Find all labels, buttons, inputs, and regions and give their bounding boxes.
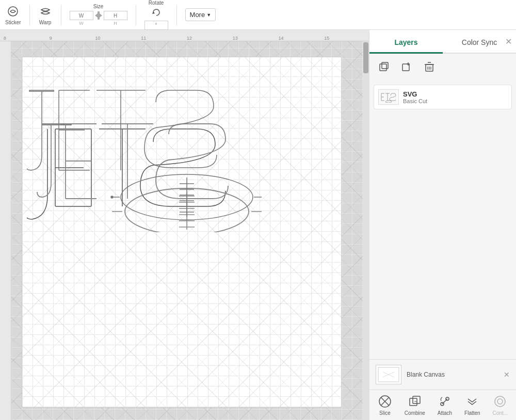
divider-2 [61, 5, 61, 25]
panel-bottom: Blank Canvas ✕ Slice Combine [369, 359, 516, 420]
main-area: 8 9 10 11 12 13 14 15 [0, 30, 516, 420]
svg-rect-49 [413, 396, 420, 403]
more-arrow-icon: ▼ [206, 12, 211, 18]
svg-point-41 [385, 101, 392, 103]
layer-info: SVG Basic Cut [403, 90, 507, 104]
rotate-input[interactable] [144, 21, 168, 30]
svg-rect-1 [98, 11, 100, 20]
svg-point-29 [111, 196, 113, 198]
add-layer-button[interactable] [398, 59, 415, 75]
duplicate-layer-button[interactable] [376, 59, 392, 75]
ruler-mark: 12 [186, 36, 232, 41]
layer-name: SVG [403, 90, 507, 98]
flatten-label: Flatten [464, 410, 480, 416]
sticker-tool[interactable]: Sticker [5, 4, 21, 25]
blank-canvas-section: Blank Canvas ✕ [369, 360, 516, 390]
layer-item-svg[interactable]: SVG Basic Cut [374, 85, 512, 109]
sticker-label: Sticker [5, 20, 21, 25]
more-button[interactable]: More ▼ [185, 8, 216, 21]
ruler-horizontal: 8 9 10 11 12 13 14 15 [0, 30, 369, 41]
svg-marker-3 [100, 13, 102, 18]
svg-marker-4 [152, 11, 155, 14]
scrollbar-thumb[interactable] [363, 42, 368, 73]
ruler-mark: 8 [3, 36, 49, 41]
contour-label: Cont... [493, 410, 508, 416]
tab-layers[interactable]: Layers [369, 30, 443, 53]
attach-button[interactable]: Attach [438, 394, 452, 416]
panel-toolbar [369, 54, 516, 80]
bottom-toolbar: Slice Combine Attach [369, 390, 516, 420]
slice-icon [378, 394, 392, 409]
combine-button[interactable]: Combine [405, 394, 425, 416]
warp-icon [38, 4, 53, 19]
contour-icon [493, 394, 507, 409]
jets-artwork[interactable] [27, 83, 342, 237]
svg-rect-31 [382, 62, 388, 69]
blank-canvas-close-button[interactable]: ✕ [504, 370, 510, 379]
size-w-input[interactable] [70, 11, 93, 20]
attach-label: Attach [438, 410, 452, 416]
right-panel: Layers Color Sync ✕ [369, 30, 516, 420]
rotate-label: Rotate [149, 0, 164, 6]
canvas-area: 8 9 10 11 12 13 14 15 [0, 30, 369, 420]
panel-content: SVG Basic Cut [369, 80, 516, 359]
slice-button[interactable]: Slice [378, 394, 392, 416]
layer-thumbnail [378, 89, 399, 105]
panel-tabs: Layers Color Sync ✕ [369, 30, 516, 54]
svg-marker-2 [95, 13, 98, 18]
blank-canvas-label: Blank Canvas [407, 371, 445, 378]
slice-label: Slice [379, 410, 391, 416]
vertical-scrollbar[interactable] [363, 41, 369, 420]
size-h-input[interactable] [104, 11, 127, 20]
size-input-group: Size W H [70, 4, 127, 26]
ruler-mark: 11 [140, 36, 186, 41]
svg-point-0 [8, 7, 18, 16]
svg-rect-48 [410, 398, 417, 406]
ruler-mark: 14 [278, 36, 324, 41]
ruler-vertical [0, 41, 11, 420]
canvas-body [0, 41, 369, 420]
contour-button[interactable]: Cont... [493, 394, 508, 416]
ruler-mark: 9 [49, 36, 94, 41]
warp-label: Warp [39, 20, 52, 25]
rotate-input-group: Rotate [144, 0, 168, 30]
warp-tool[interactable]: Warp [38, 4, 53, 25]
ruler-mark: 10 [94, 36, 140, 41]
ruler-mark: 13 [232, 36, 278, 41]
attach-icon [438, 394, 452, 409]
flatten-icon [465, 394, 479, 409]
panel-close-button[interactable]: ✕ [505, 37, 512, 46]
svg-point-54 [497, 399, 503, 404]
divider-4 [176, 5, 177, 25]
divider-3 [136, 5, 136, 25]
main-toolbar: Sticker Warp Size W H Rotate [0, 0, 516, 30]
size-label: Size [93, 4, 103, 9]
layer-type: Basic Cut [403, 98, 507, 104]
divider-1 [29, 5, 30, 25]
canvas-content[interactable] [11, 41, 363, 420]
svg-point-53 [495, 396, 505, 407]
flatten-button[interactable]: Flatten [464, 394, 480, 416]
svg-rect-30 [380, 64, 386, 71]
ruler-mark: 15 [323, 36, 369, 41]
sticker-icon [6, 4, 20, 19]
blank-canvas-thumbnail [376, 365, 401, 384]
combine-icon [408, 394, 422, 409]
delete-layer-button[interactable] [421, 59, 438, 75]
combine-label: Combine [405, 410, 425, 416]
